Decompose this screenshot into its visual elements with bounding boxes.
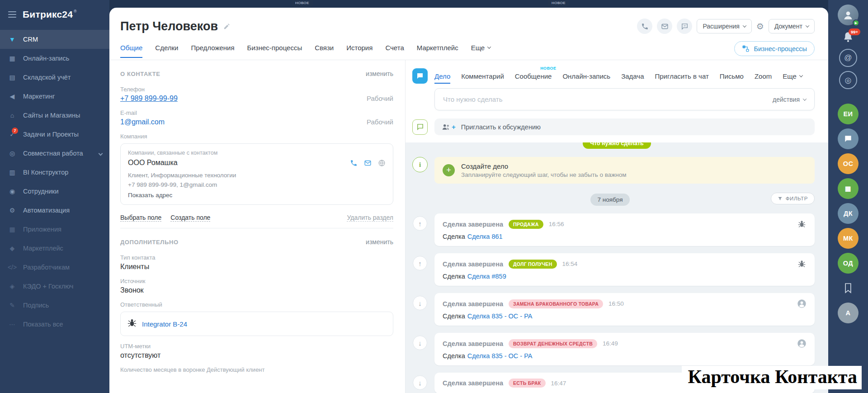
status-play-badge: ▶ bbox=[853, 19, 859, 26]
timeline-tab-comment[interactable]: Комментарий bbox=[461, 69, 504, 84]
responsible-user-link[interactable]: Integrator B-24 bbox=[142, 320, 187, 328]
sidebar-item-warehouse[interactable]: ▤ Складской учёт bbox=[0, 68, 109, 87]
show-address-link[interactable]: Показать адрес bbox=[128, 192, 386, 199]
entry-time: 16:50 bbox=[609, 300, 624, 307]
recent-channel-icon[interactable]: ▦ bbox=[838, 178, 859, 199]
chat-button[interactable] bbox=[677, 19, 692, 34]
gear-icon: ⚙ bbox=[7, 207, 17, 214]
sidebar-item-kedo[interactable]: ◈ КЭДО + Госключ bbox=[0, 277, 109, 296]
deal-link[interactable]: Сделка #859 bbox=[467, 273, 506, 280]
field-label: Ответственный bbox=[120, 301, 393, 308]
tab-invoices[interactable]: Счета bbox=[385, 44, 404, 57]
recent-chat-icon[interactable] bbox=[838, 128, 859, 149]
create-field-link[interactable]: Создать поле bbox=[170, 214, 210, 222]
tab-more[interactable]: Еще bbox=[471, 44, 491, 57]
tab-label: Сделки bbox=[155, 44, 178, 52]
call-button[interactable] bbox=[637, 19, 652, 34]
recent-chat-avatar[interactable]: ДК bbox=[838, 203, 859, 224]
tab-label: Сообщение bbox=[515, 72, 552, 80]
tab-business-processes[interactable]: Бизнес-процессы bbox=[247, 44, 302, 57]
extensions-label: Расширения bbox=[703, 23, 739, 30]
plus-icon[interactable]: + bbox=[443, 164, 455, 176]
timeline-tab-activity[interactable]: Дело bbox=[434, 69, 450, 84]
tab-deals[interactable]: Сделки bbox=[155, 44, 178, 57]
email-button[interactable] bbox=[657, 19, 672, 34]
tab-label: Маркетплейс bbox=[417, 44, 458, 52]
recent-chat-avatar[interactable]: МК bbox=[838, 228, 859, 249]
tab-label: Zoom bbox=[755, 72, 772, 80]
timeline-entry: ↑ Сделка завершена ПРОДАЖА 16:56 bbox=[406, 213, 828, 246]
sidebar-item-automation[interactable]: ⚙ Автоматизация bbox=[0, 201, 109, 220]
tab-history[interactable]: История bbox=[346, 44, 373, 57]
tab-general[interactable]: Общие bbox=[120, 44, 142, 57]
sidebar-item-label: Сотрудники bbox=[23, 188, 59, 195]
chevron-down-icon bbox=[99, 151, 103, 156]
menu-icon[interactable] bbox=[8, 11, 16, 18]
timeline-tab-message[interactable]: Сообщение НОВОЕ bbox=[515, 69, 552, 84]
sidebar-item-marketplace[interactable]: ◆ Маркетплейс bbox=[0, 239, 109, 258]
tab-quotes[interactable]: Предложения bbox=[191, 44, 234, 57]
timeline-tab-more[interactable]: Еще bbox=[783, 69, 802, 84]
delete-section-link[interactable]: Удалить раздел bbox=[347, 214, 393, 222]
helpdesk-icon[interactable]: ◎ bbox=[839, 71, 857, 89]
apps-grid-icon: ▦ bbox=[7, 226, 17, 233]
settings-gear-icon[interactable]: ⚙ bbox=[756, 21, 764, 32]
timeline-tab-online-booking[interactable]: Онлайн-запись bbox=[562, 69, 610, 84]
document-dropdown[interactable]: Документ bbox=[769, 19, 815, 33]
timeline-tab-email[interactable]: Письмо bbox=[720, 69, 744, 84]
profile-avatar[interactable]: ▶ bbox=[838, 5, 859, 25]
deal-link[interactable]: Сделка 835 - ОС - РА bbox=[467, 313, 533, 320]
company-website-icon[interactable] bbox=[378, 159, 386, 167]
filter-button[interactable]: ФИЛЬТР bbox=[771, 193, 815, 204]
tab-label: Бизнес-процессы bbox=[247, 44, 302, 52]
recent-chat-avatar[interactable]: ОС bbox=[838, 153, 859, 174]
timeline-tab-invite-chat[interactable]: Пригласить в чат bbox=[655, 69, 708, 84]
timeline-tab-zoom[interactable]: Zoom bbox=[755, 69, 772, 84]
sidebar-item-bi[interactable]: ▥ BI Конструктор bbox=[0, 163, 109, 182]
invite-to-discussion[interactable]: + Пригласить к обсуждению bbox=[434, 118, 815, 135]
edit-about-link[interactable]: изменить bbox=[366, 70, 393, 77]
sidebar-item-apps[interactable]: ▦ Приложения bbox=[0, 220, 109, 239]
notifications-bell-icon[interactable]: 99+ bbox=[842, 31, 854, 45]
support-spiral-icon[interactable]: @ bbox=[839, 49, 857, 67]
sidebar-item-show-all[interactable]: ⋯ Показать все bbox=[0, 315, 109, 334]
company-caption: Компании, связанные с контактом bbox=[128, 150, 386, 156]
tab-marketplace[interactable]: Маркетплейс bbox=[417, 44, 458, 57]
business-processes-button[interactable]: Бизнес-процессы bbox=[734, 41, 815, 56]
recent-chat-avatar[interactable]: ОД bbox=[838, 253, 859, 274]
recent-chat-avatar[interactable]: ЕИ bbox=[838, 104, 859, 124]
timeline-tab-task[interactable]: Задача bbox=[621, 69, 644, 84]
company-email-icon[interactable] bbox=[364, 159, 372, 167]
sidebar-item-marketing[interactable]: ◀ Маркетинг bbox=[0, 87, 109, 106]
sidebar-item-sites[interactable]: ⌂ Сайты и Магазины bbox=[0, 106, 109, 125]
extensions-dropdown[interactable]: Расширения bbox=[697, 19, 751, 33]
company-call-icon[interactable] bbox=[350, 159, 358, 167]
edit-title-pencil-icon[interactable] bbox=[223, 23, 230, 30]
arrow-up-icon: ↑ bbox=[413, 216, 427, 231]
company-name[interactable]: ООО Ромашка bbox=[128, 159, 178, 167]
sidebar-item-online-booking[interactable]: ▦ Онлайн-запись bbox=[0, 49, 109, 68]
actions-dropdown[interactable]: действия bbox=[773, 96, 806, 103]
person-avatar-icon bbox=[797, 299, 807, 308]
email-value-link[interactable]: 1@gmail.com bbox=[120, 118, 165, 126]
deal-link[interactable]: Сделка 835 - ОС - РА bbox=[467, 352, 533, 360]
todo-input[interactable] bbox=[443, 95, 773, 103]
sidebar-item-collaboration[interactable]: ◎ Совместная работа bbox=[0, 144, 109, 163]
sidebar-item-employees[interactable]: ◉ Сотрудники bbox=[0, 182, 109, 201]
bug-avatar-icon bbox=[797, 259, 807, 269]
entry-time: 16:47 bbox=[551, 380, 566, 387]
sidebar-item-label: КЭДО + Госключ bbox=[23, 283, 73, 290]
sidebar-item-signature[interactable]: ✎ Подпись bbox=[0, 296, 109, 315]
saved-messages-bookmark-icon[interactable] bbox=[838, 278, 859, 298]
recent-chat-avatar[interactable]: А bbox=[838, 303, 859, 323]
phone-value-link[interactable]: +7 989 899-99-99 bbox=[120, 95, 178, 103]
sidebar-item-developers[interactable]: </> Разработчикам bbox=[0, 258, 109, 277]
person-avatar-icon bbox=[797, 339, 807, 348]
edit-additional-link[interactable]: изменить bbox=[366, 238, 393, 246]
entry-title: Сделка завершена bbox=[443, 260, 503, 268]
select-field-link[interactable]: Выбрать поле bbox=[120, 214, 161, 222]
deal-link[interactable]: Сделка 861 bbox=[467, 233, 503, 240]
sidebar-item-tasks[interactable]: ✓ 7 Задачи и Проекты bbox=[0, 125, 109, 144]
sidebar-item-crm[interactable]: ▼ CRM bbox=[0, 30, 109, 49]
tab-links[interactable]: Связи bbox=[315, 44, 334, 57]
